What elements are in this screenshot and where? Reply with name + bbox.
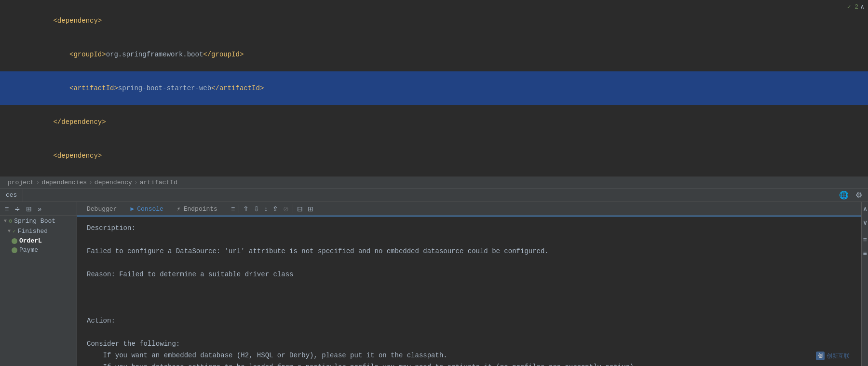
console-line-0: Description: <box>87 222 852 234</box>
payment-label: Payme <box>19 246 38 254</box>
console-output[interactable]: Description: Failed to configure a DataS… <box>77 217 861 366</box>
xml-line-2: <groupId>org.springframework.boot</group… <box>0 38 868 71</box>
console-line-11: If you want an embedded database (H2, HS… <box>87 350 852 361</box>
right-settings-icon[interactable]: ≡ <box>861 248 868 258</box>
payment-icon <box>12 247 17 253</box>
tree-arrow-spring: ▼ <box>4 218 7 224</box>
console-actions: ≡ ⇧ ⇩ ↕ ⇪ ⊘ ⊟ ⊞ <box>229 204 315 214</box>
order-label: OrderL <box>19 237 42 244</box>
layout-btn[interactable]: ⊞ <box>306 204 315 214</box>
more-icon[interactable]: » <box>36 204 43 214</box>
watermark-text: 创新互联 <box>827 352 850 360</box>
spring-boot-label: Spring Boot <box>14 217 55 225</box>
console-line-1 <box>87 234 852 245</box>
console-label: Console <box>137 205 163 213</box>
xml-editor: ✓ 2 ∧ <dependency> <groupId>org.springfr… <box>0 0 868 177</box>
watermark: 创 创新互联 <box>816 352 850 360</box>
sep1 <box>239 204 239 213</box>
console-line-8: Action: <box>87 315 852 326</box>
filter-icon[interactable]: ≑ <box>13 204 22 214</box>
console-line-10: Consider the following: <box>87 338 852 350</box>
tree-arrow-finished: ▼ <box>8 229 11 234</box>
sidebar-toolbar: ≡ ≑ ⊞ » <box>0 202 77 216</box>
breadcrumb-artifactid[interactable]: artifactId <box>140 179 177 186</box>
xml-line-3: <artifactId>spring-boot-starter-web</art… <box>0 71 868 105</box>
services-toolbar: ces 🌐 ⚙ <box>0 189 868 202</box>
console-area: Description: Failed to configure a DataS… <box>77 217 861 366</box>
spring-icon: ⚙ <box>9 217 12 225</box>
sep2 <box>293 204 293 213</box>
tree-item-spring-boot[interactable]: ▼ ⚙ Spring Boot <box>0 216 77 226</box>
console-line-12: If you have database settings to be load… <box>87 361 852 366</box>
finished-label: Finished <box>18 228 48 235</box>
console-line-2: Failed to configure a DataSource: 'url' … <box>87 245 852 257</box>
table-btn[interactable]: ⊟ <box>295 204 305 214</box>
tree-item-finished[interactable]: ▼ ✓ Finished <box>0 226 77 236</box>
console-line-4: Reason: Failed to determine a suitable d… <box>87 269 852 280</box>
step-over-btn[interactable]: ↕ <box>262 204 270 214</box>
breadcrumb-project[interactable]: project <box>8 179 34 186</box>
bottom-panel: ≡ ≑ ⊞ » ▼ ⚙ Spring Boot ▼ ✓ Finished Ord… <box>0 202 868 366</box>
stop-btn[interactable]: ⊘ <box>281 204 291 214</box>
scroll-up-btn[interactable]: ⇧ <box>241 204 251 214</box>
console-line-9 <box>87 326 852 338</box>
endpoints-icon: ⚡ <box>177 205 181 213</box>
right-list-icon[interactable]: ≡ <box>861 235 868 244</box>
payment-item[interactable]: Payme <box>0 245 77 255</box>
finished-icon: ✓ <box>13 228 16 234</box>
main-content: Debugger ▶ Console ⚡ Endpoints ≡ ⇧ ⇩ ↕ ⇪… <box>77 202 861 366</box>
order-item[interactable]: OrderL <box>0 236 77 245</box>
watermark-logo: 创 <box>816 352 825 360</box>
console-icon: ▶ <box>130 205 134 213</box>
tab-debugger[interactable]: Debugger <box>81 203 122 217</box>
breadcrumb-dependency[interactable]: dependency <box>95 179 132 186</box>
scroll-down-btn[interactable]: ⇩ <box>252 204 261 214</box>
services-label: ces <box>0 189 23 202</box>
order-icon <box>12 238 17 244</box>
breadcrumb-dependencies[interactable]: dependencies <box>41 179 87 186</box>
endpoints-label: Endpoints <box>184 205 217 213</box>
tab-endpoints[interactable]: ⚡ Endpoints <box>171 202 223 217</box>
debugger-label: Debugger <box>87 205 117 213</box>
right-up-icon[interactable]: ∧ <box>861 204 868 214</box>
left-sidebar: ≡ ≑ ⊞ » ▼ ⚙ Spring Boot ▼ ✓ Finished Ord… <box>0 202 77 366</box>
tag-open: < <box>53 17 57 25</box>
breadcrumb: project › dependencies › dependency › ar… <box>0 177 868 189</box>
grid-icon[interactable]: ⊞ <box>24 204 34 214</box>
console-line-5 <box>87 280 852 292</box>
settings-icon[interactable]: ⚙ <box>854 190 864 201</box>
tab-console[interactable]: ▶ Console <box>124 202 169 217</box>
globe-icon[interactable]: 🌐 <box>837 190 851 201</box>
step-into-btn[interactable]: ⇪ <box>271 204 280 214</box>
sort-icon[interactable]: ≡ <box>3 204 11 214</box>
console-line-7 <box>87 303 852 315</box>
console-line-3 <box>87 257 852 269</box>
xml-line-4: </dependency> <box>0 105 868 139</box>
console-line-6 <box>87 292 852 303</box>
right-down-icon[interactable]: ∨ <box>861 217 868 227</box>
tab-bar: Debugger ▶ Console ⚡ Endpoints ≡ ⇧ ⇩ ↕ ⇪… <box>77 202 861 217</box>
far-right-panel: ∧ ∨ ≡ ≡ <box>861 202 868 366</box>
xml-line-1: <dependency> <box>0 4 868 38</box>
xml-line-5: <dependency> <box>0 139 868 173</box>
menu-btn[interactable]: ≡ <box>229 204 237 214</box>
